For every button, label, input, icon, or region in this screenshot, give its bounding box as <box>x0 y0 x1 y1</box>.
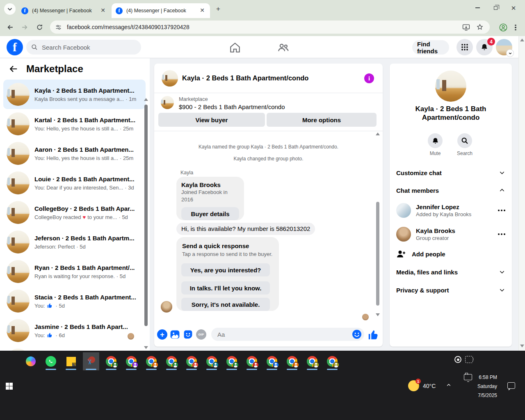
notification-center-icon[interactable] <box>507 382 515 389</box>
page-scrollbar[interactable] <box>518 36 525 351</box>
window-close-button[interactable]: ✕ <box>504 0 523 16</box>
taskbar-chrome[interactable] <box>224 352 240 370</box>
tab-close-icon[interactable]: ✕ <box>199 7 206 14</box>
install-app-icon[interactable] <box>461 22 471 32</box>
photo-icon[interactable] <box>170 329 180 340</box>
taskbar-chrome[interactable] <box>163 352 180 370</box>
taskbar-copilot[interactable] <box>23 352 39 370</box>
conversation-item[interactable]: Kartal · 2 Beds 1 Bath Apartment... You:… <box>3 109 146 139</box>
search-in-chat-button[interactable] <box>457 133 472 148</box>
browser-profile-button[interactable] <box>497 21 509 34</box>
conversation-item[interactable]: Jasmine · 2 Beds 1 Bath Apart... You:6d <box>3 316 146 345</box>
chat-members-row[interactable]: Chat members <box>390 181 512 199</box>
emoji-icon[interactable] <box>352 329 362 339</box>
home-icon[interactable] <box>229 41 241 54</box>
tray-expand-icon[interactable] <box>446 383 451 388</box>
new-tab-button[interactable]: + <box>214 5 222 13</box>
apps-menu-button[interactable] <box>457 39 473 55</box>
member-menu-icon[interactable] <box>498 233 505 235</box>
quick-response-option[interactable]: In talks. I'll let you know. <box>181 281 270 294</box>
member-row[interactable]: Kayla Brooks Group creator <box>390 224 512 245</box>
conversation-item[interactable]: Louie · 2 Beds 1 Bath Apartment... You: … <box>3 168 146 198</box>
scroll-up-icon[interactable] <box>520 39 524 41</box>
weather-widget[interactable]: 1 40°C <box>408 380 436 391</box>
conversation-item[interactable]: Kayla · 2 Beds 1 Bath Apartment... Kayla… <box>3 80 146 109</box>
url-input[interactable] <box>66 23 457 31</box>
member-row[interactable]: Jennifer Lopez Added by Kayla Brooks <box>390 200 512 221</box>
profile-avatar[interactable] <box>496 39 512 55</box>
info-icon[interactable]: i <box>364 73 374 83</box>
conversation-item[interactable]: Stacia · 2 Beds 1 Bath Apartment... You:… <box>3 286 146 316</box>
privacy-support-row[interactable]: Privacy & support <box>390 281 512 299</box>
browser-tab-inactive[interactable]: f (4) Messenger | Facebook ✕ <box>17 3 111 18</box>
scroll-down-icon[interactable] <box>144 346 148 349</box>
scroll-down-icon[interactable] <box>520 345 524 347</box>
scroll-down-icon[interactable] <box>376 313 380 316</box>
taskbar-sticky-notes[interactable] <box>63 352 79 370</box>
taskbar-chrome[interactable] <box>183 352 200 370</box>
gif-icon[interactable]: GIF <box>196 329 206 340</box>
taskbar-chrome[interactable] <box>103 352 119 370</box>
mute-button[interactable] <box>428 133 443 148</box>
chat-title[interactable]: Kayla · 2 Beds 1 Bath Apartment/condo <box>182 74 308 82</box>
messages-scrollbar[interactable] <box>375 132 380 317</box>
back-arrow-icon[interactable] <box>9 64 18 73</box>
media-files-links-row[interactable]: Media, files and links <box>390 263 512 281</box>
taskbar-chrome[interactable] <box>284 352 300 370</box>
start-button[interactable] <box>6 383 13 390</box>
scroll-up-icon[interactable] <box>144 98 148 101</box>
quick-response-option[interactable]: Yes, are you interested? <box>181 263 270 276</box>
forward-button[interactable] <box>19 21 30 33</box>
browser-tab-active[interactable]: f (4) Messenger | Facebook ✕ <box>112 3 210 18</box>
groups-icon[interactable] <box>277 41 290 54</box>
tab-close-icon[interactable]: ✕ <box>99 7 107 14</box>
record-icon[interactable] <box>454 356 461 363</box>
url-bar[interactable] <box>50 21 490 34</box>
window-restore-button[interactable] <box>486 0 504 16</box>
conversation-item[interactable]: Jeferson · 2 Beds 1 Bath Apartm... Jefer… <box>3 227 146 257</box>
attach-plus-icon[interactable]: + <box>157 329 167 340</box>
back-button[interactable] <box>4 21 16 33</box>
quick-response-option[interactable]: Sorry, it's not available. <box>181 298 270 311</box>
taskbar-clock[interactable]: 6:58 PM Saturday 7/5/2025 <box>477 373 497 400</box>
tab-search-button[interactable] <box>4 3 16 15</box>
conversation-item[interactable]: Aaron · 2 Beds 1 Bath Apartmen... You: H… <box>3 139 146 168</box>
sticker-icon[interactable] <box>183 329 193 340</box>
chat-avatar[interactable] <box>162 70 178 87</box>
message-text-input[interactable] <box>217 331 349 338</box>
taskbar-chrome[interactable] <box>304 352 320 370</box>
taskbar-chrome[interactable] <box>143 352 160 370</box>
customize-chat-row[interactable]: Customize chat <box>390 164 512 182</box>
view-buyer-button[interactable]: View buyer <box>158 113 265 127</box>
like-thumb-icon[interactable] <box>368 329 379 340</box>
taskbar-whatsapp[interactable] <box>43 352 59 370</box>
find-friends-button[interactable]: Find friends <box>412 40 449 55</box>
taskbar-chrome[interactable] <box>123 352 139 370</box>
buyer-details-button[interactable]: Buyer details <box>181 207 239 220</box>
add-people-row[interactable]: Add people <box>390 245 512 263</box>
message-input[interactable] <box>211 328 364 341</box>
conversation-item[interactable]: Ryan · 2 Beds 1 Bath Apartment/... Ryan … <box>3 257 146 286</box>
scrollbar-thumb[interactable] <box>144 105 148 326</box>
search-input[interactable] <box>41 43 136 51</box>
more-options-button[interactable]: More options <box>267 113 377 127</box>
window-minimize-button[interactable] <box>468 0 486 16</box>
facebook-logo[interactable]: f <box>7 39 23 55</box>
browser-menu-button[interactable] <box>509 21 522 34</box>
taskbar-chrome[interactable] <box>203 352 220 370</box>
taskbar-snipping-tool[interactable]: ✂ <box>83 352 99 370</box>
taskbar-chrome[interactable] <box>244 352 260 370</box>
bookmark-star-icon[interactable] <box>475 22 485 32</box>
taskbar-chrome[interactable] <box>324 352 340 370</box>
facebook-search[interactable] <box>26 40 141 55</box>
scroll-up-icon[interactable] <box>376 132 380 135</box>
conversation-item[interactable]: CollegeBoy · 2 Beds 1 Bath Apar... Colle… <box>3 198 146 227</box>
screen-capture-icon[interactable] <box>465 356 473 363</box>
member-menu-icon[interactable] <box>498 210 505 211</box>
conversation-item[interactable]: Shina · 2 Beds 1 Bath Apartment/... <box>3 345 146 351</box>
sidebar-scrollbar[interactable] <box>144 79 148 351</box>
network-display-icon[interactable] <box>464 374 472 380</box>
reload-button[interactable] <box>34 21 45 33</box>
scrollbar-thumb[interactable] <box>376 202 379 306</box>
taskbar-chrome[interactable] <box>264 352 280 370</box>
